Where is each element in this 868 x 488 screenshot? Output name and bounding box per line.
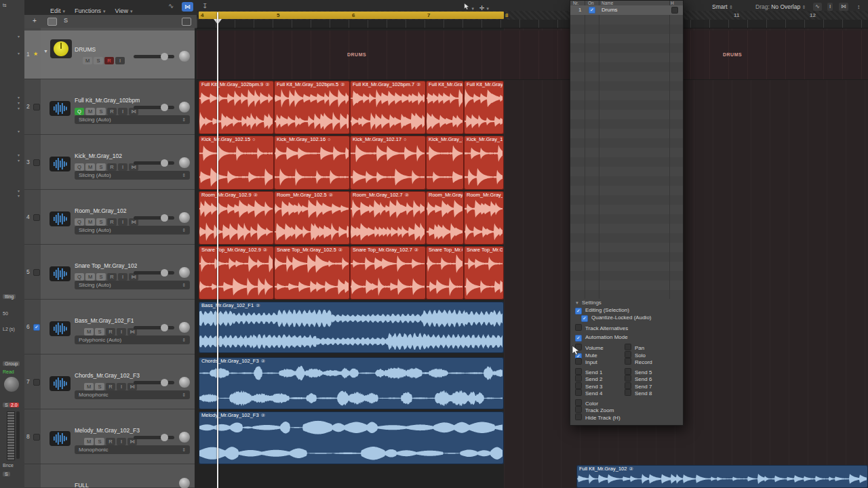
disclosure-triangle-icon[interactable]: ▼ xyxy=(43,49,48,54)
setting-checkbox[interactable] xyxy=(575,413,582,420)
setting-checkbox[interactable] xyxy=(575,399,582,406)
flex-mode-dropdown[interactable]: Slicing (Auto)⇕ xyxy=(75,281,190,289)
region-kick-1[interactable]: Kick_Mr.Gray_102.15○ xyxy=(199,136,274,190)
s-button[interactable]: S xyxy=(96,218,106,226)
m-button[interactable]: M xyxy=(84,328,94,336)
region-bass-1[interactable]: Bass_Mr.Gray_102_F1② xyxy=(199,302,504,353)
track-number-cell-7[interactable]: 7 xyxy=(24,354,41,409)
track-number-cell-3[interactable]: 3 xyxy=(24,135,41,190)
region-bottom-right-1[interactable]: Full Kit_Mr.Gray_102② xyxy=(576,465,868,488)
track-number-cell-5[interactable]: 5 xyxy=(24,245,41,300)
snap-mode-select[interactable]: Smart ⇕ xyxy=(712,3,733,10)
track-number-cell-1[interactable]: 1★ xyxy=(24,30,41,79)
drag-mode-select[interactable]: Drag: No Overlap ⇕ xyxy=(755,3,806,10)
region-chords-1[interactable]: Chords_Mr.Gray_102_F3② xyxy=(199,357,504,409)
setting-item-track-alternatives[interactable]: Track Alternatives xyxy=(575,325,628,331)
m-button[interactable]: M xyxy=(84,383,94,390)
r-button[interactable]: R xyxy=(107,163,117,171)
m-button[interactable]: M xyxy=(85,163,95,171)
group-on-checkbox[interactable]: ✓ xyxy=(589,7,595,14)
track-number-cell-4[interactable]: 4 xyxy=(24,190,41,245)
track-header-bass-mr-gray-102-f1[interactable]: Bass_Mr.Gray_102_F1MSRI⋈Polyphonic (Auto… xyxy=(41,300,195,354)
setting-item-send-4[interactable]: Send 4 xyxy=(575,389,625,398)
volume-slider[interactable] xyxy=(134,106,174,109)
volume-slider[interactable] xyxy=(134,271,174,274)
automation-icon[interactable]: ∿ xyxy=(168,2,174,9)
r-button[interactable]: R xyxy=(104,57,114,64)
region-snare-top-5[interactable]: Snare Top_Mr.Gray_ xyxy=(464,246,504,300)
setting-checkbox[interactable] xyxy=(625,368,631,375)
setting-item-record[interactable]: Record xyxy=(625,359,652,365)
pan-knob[interactable] xyxy=(179,212,190,223)
pan-knob[interactable] xyxy=(179,432,190,443)
slider-thumb[interactable] xyxy=(161,104,168,111)
settings-header[interactable]: ▼Settings xyxy=(575,300,681,306)
region-full-kit-1[interactable]: Full Kit_Mr.Gray_102bpm.9② xyxy=(199,81,274,134)
header-options-icon[interactable] xyxy=(182,18,191,26)
region-melody-1[interactable]: Melody_Mr.Gray_102_F3② xyxy=(199,411,504,464)
vertical-zoom-icon[interactable]: ↕ xyxy=(857,3,861,10)
setting-checkbox[interactable] xyxy=(625,358,631,365)
setting-item-quantize-locked-audio-[interactable]: ✓Quantize-Locked (Audio) xyxy=(581,314,652,321)
r-button[interactable]: R xyxy=(107,273,117,281)
r-button[interactable]: R xyxy=(106,328,115,336)
track-select-checkbox[interactable] xyxy=(33,104,40,110)
flex-mode-dropdown[interactable]: Monophonic⇕ xyxy=(75,445,190,454)
i-button[interactable]: I xyxy=(118,218,127,226)
region-full-kit-5[interactable]: Full Kit_Mr.Gray_10 xyxy=(464,81,504,134)
setting-item-editing-selection-[interactable]: ✓Editing (Selection) xyxy=(575,307,629,313)
setting-item-track-zoom[interactable]: Track Zoom xyxy=(575,407,614,413)
slider-thumb[interactable] xyxy=(161,324,168,331)
flex-mode-dropdown[interactable]: Slicing (Auto)⇕ xyxy=(75,226,190,235)
slider-thumb[interactable] xyxy=(161,159,168,167)
s-button[interactable]: S xyxy=(95,383,104,390)
s-button[interactable]: S xyxy=(95,438,104,445)
i-button[interactable]: I xyxy=(117,328,126,336)
pan-knob[interactable] xyxy=(179,377,190,388)
q-button[interactable]: Q xyxy=(75,218,84,226)
volume-slider[interactable] xyxy=(134,381,174,384)
channel-fader[interactable] xyxy=(16,411,20,459)
volume-slider[interactable] xyxy=(134,216,174,220)
volume-slider[interactable] xyxy=(134,55,174,58)
track-select-checkbox[interactable] xyxy=(33,214,40,221)
q-button[interactable]: Q xyxy=(75,108,84,115)
slider-thumb[interactable] xyxy=(161,269,168,277)
region-snare-top-3[interactable]: Snare Top_Mr.Gray_102.7② xyxy=(350,246,426,300)
catch-icon[interactable]: ↧ xyxy=(202,2,208,9)
region-kick-2[interactable]: Kick_Mr.Gray_102.16○ xyxy=(274,136,350,190)
r-button[interactable]: R xyxy=(107,218,117,226)
cycle-region[interactable] xyxy=(199,12,504,19)
m-button[interactable]: M xyxy=(85,273,95,281)
r-button[interactable]: R xyxy=(106,438,115,445)
setting-checkbox[interactable] xyxy=(575,375,582,382)
duplicate-track-button[interactable] xyxy=(47,18,57,26)
setting-checkbox[interactable] xyxy=(575,382,582,389)
track-header-melody-mr-gray-102-f3[interactable]: Melody_Mr.Gray_102_F3MSRI⋈Monophonic⇕ xyxy=(41,409,195,464)
pan-knob[interactable] xyxy=(179,51,190,62)
track-select-checkbox[interactable] xyxy=(33,434,40,441)
slider-thumb[interactable] xyxy=(161,214,168,222)
volume-slider[interactable] xyxy=(134,326,174,329)
text-tool-icon[interactable]: I xyxy=(827,3,833,11)
s-button[interactable]: S xyxy=(96,273,106,281)
add-track-button[interactable]: + xyxy=(33,17,37,24)
region-snare-top-4[interactable]: Snare Top_Mr.Gra xyxy=(426,246,464,300)
setting-checkbox[interactable] xyxy=(575,368,582,375)
track-header-drums[interactable]: ▼DRUMSMSRI xyxy=(41,30,195,79)
setting-checkbox[interactable]: ✓ xyxy=(575,335,582,342)
pan-knob[interactable] xyxy=(179,267,190,278)
slider-thumb[interactable] xyxy=(161,379,168,386)
slider-thumb[interactable] xyxy=(161,434,168,441)
waveform-edit-icon[interactable]: ∿ xyxy=(813,3,822,11)
setting-item-automation-mode[interactable]: ✓Automation Mode xyxy=(575,334,628,340)
region-room-2[interactable]: Room_Mr.Gray_102.5② xyxy=(274,191,350,245)
region-room-4[interactable]: Room_Mr.Gray_10 xyxy=(426,191,464,245)
track-number-cell-8[interactable]: 8 xyxy=(24,409,41,464)
track-number-cell-6[interactable]: 6✓ xyxy=(24,300,41,354)
track-header-full-kit-mr-gray-102bpm[interactable]: Full Kit_Mr.Gray_102bpmQMSRI⋈Slicing (Au… xyxy=(41,79,195,135)
track-header-kick-mr-gray-102[interactable]: Kick_Mr.Gray_102QMSRI⋈Slicing (Auto)⇕ xyxy=(41,135,195,190)
flex-mode-dropdown[interactable]: Polyphonic (Auto)⇕ xyxy=(75,336,190,344)
setting-checkbox[interactable]: ✓ xyxy=(581,315,588,322)
region-full-kit-4[interactable]: Full Kit_Mr.Gray_1 xyxy=(426,81,464,134)
